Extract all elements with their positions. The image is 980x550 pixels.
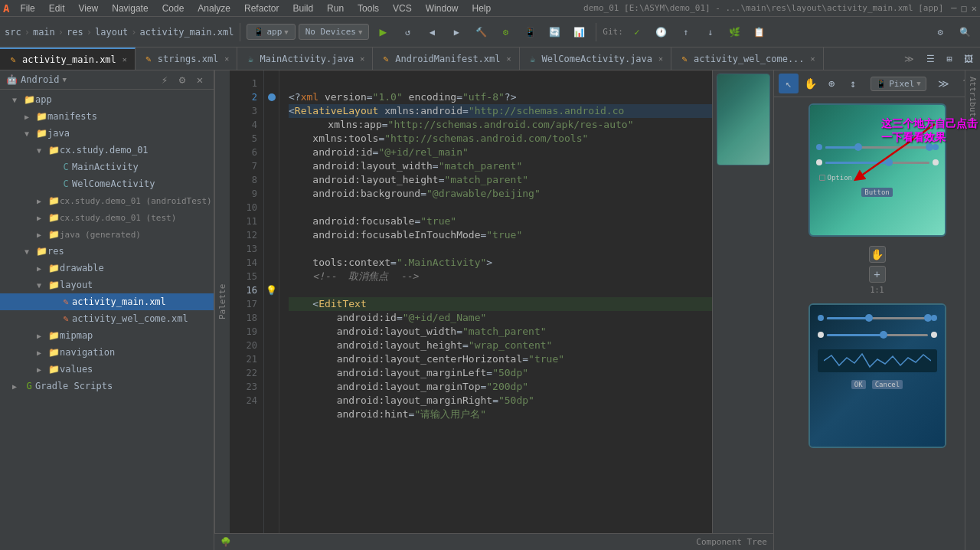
lower-slider-track-2[interactable] bbox=[827, 334, 928, 336]
tab-activity-wel-come[interactable]: ✎ activity_wel_come... ✕ bbox=[671, 47, 824, 70]
preview-frame-lower[interactable]: OK Cancel bbox=[808, 303, 946, 448]
tree-item-res[interactable]: ▼ 📁 res bbox=[0, 243, 214, 260]
zoom-hand-btn[interactable]: ✋ bbox=[869, 246, 886, 263]
device-selector-design[interactable]: 📱 Pixel ▼ bbox=[871, 77, 926, 91]
menu-window[interactable]: Window bbox=[420, 2, 465, 15]
menu-refactor[interactable]: Refactor bbox=[238, 2, 285, 15]
project-dropdown-arrow[interactable]: ▼ bbox=[63, 76, 67, 83]
lower-slider-track-1[interactable] bbox=[827, 317, 928, 319]
menu-code[interactable]: Code bbox=[156, 2, 191, 15]
menu-tools[interactable]: Tools bbox=[351, 2, 385, 15]
zoom-in-btn[interactable]: + bbox=[869, 266, 886, 283]
tree-item-layout[interactable]: ▼ 📁 layout bbox=[0, 277, 214, 293]
window-minimize[interactable]: ─ bbox=[951, 3, 956, 14]
run-button[interactable]: ▶ bbox=[372, 21, 394, 43]
tree-item-mainactivity[interactable]: ▶ C MainActivity bbox=[0, 159, 214, 175]
window-close[interactable]: ✕ bbox=[972, 3, 977, 14]
tree-item-navigation[interactable]: ▶ 📁 navigation bbox=[0, 344, 214, 361]
small-btn-1[interactable]: Button bbox=[861, 188, 893, 197]
palette-side-tab[interactable]: Palette bbox=[214, 70, 230, 533]
tab-close-5[interactable]: ✕ bbox=[658, 54, 663, 63]
menu-analyze[interactable]: Analyze bbox=[191, 2, 237, 15]
tree-item-manifests[interactable]: ▶ 📁 manifests bbox=[0, 108, 214, 125]
tree-item-java[interactable]: ▼ 📁 java bbox=[0, 125, 214, 142]
design-resize-tool[interactable]: ↕ bbox=[843, 74, 863, 93]
git-pull[interactable]: ↓ bbox=[700, 21, 721, 43]
design-select-tool[interactable]: ↖ bbox=[779, 74, 799, 93]
tree-item-test[interactable]: ▶ 📁 cx.study.demo_01 (test) bbox=[0, 209, 214, 226]
project-sync-icon[interactable]: ⚡ bbox=[157, 74, 172, 86]
attributes-side-tab[interactable]: Attributes bbox=[965, 70, 980, 550]
search-everywhere[interactable]: 🔍 bbox=[954, 21, 975, 43]
menu-edit[interactable]: Edit bbox=[43, 2, 71, 15]
settings-button[interactable]: ⚙ bbox=[929, 21, 951, 43]
tab-welcomeactivity[interactable]: ☕ WelComeActivity.java ✕ bbox=[520, 47, 672, 70]
next-button[interactable]: ▶ bbox=[446, 21, 467, 43]
slider-track-1[interactable] bbox=[825, 146, 929, 149]
prev-button[interactable]: ◀ bbox=[421, 21, 443, 43]
profile-button[interactable]: 📊 bbox=[568, 21, 590, 43]
git-commit[interactable]: ✓ bbox=[626, 21, 648, 43]
lightbulb-icon[interactable]: 💡 bbox=[266, 285, 277, 296]
build-button[interactable]: 🔨 bbox=[470, 21, 492, 43]
editor-view-split[interactable]: ⊞ bbox=[941, 51, 958, 67]
sync-button[interactable]: 🔄 bbox=[544, 21, 565, 43]
project-settings-icon[interactable]: ⚙ bbox=[175, 74, 190, 86]
tree-item-gradle[interactable]: ▶ G Gradle Scripts bbox=[0, 378, 214, 394]
menu-view[interactable]: View bbox=[72, 2, 104, 15]
tree-item-app[interactable]: ▼ 📁 app bbox=[0, 91, 214, 108]
breadcrumb-res[interactable]: res bbox=[67, 27, 83, 38]
menu-run[interactable]: Run bbox=[321, 2, 350, 15]
tab-close-6[interactable]: ✕ bbox=[811, 54, 815, 63]
breakpoint-indicator[interactable] bbox=[268, 93, 276, 101]
menu-file[interactable]: File bbox=[14, 2, 41, 15]
tree-item-drawable[interactable]: ▶ 📁 drawable bbox=[0, 260, 214, 277]
git-history[interactable]: 📋 bbox=[749, 21, 770, 43]
tab-close-3[interactable]: ✕ bbox=[360, 54, 364, 63]
design-pan-tool[interactable]: ✋ bbox=[800, 74, 820, 93]
window-maximize[interactable]: □ bbox=[962, 3, 967, 14]
tree-item-activity-main-xml[interactable]: ▶ ✎ activity_main.xml bbox=[0, 293, 214, 310]
git-update[interactable]: 🕐 bbox=[651, 21, 672, 43]
tab-activity-main-xml[interactable]: ✎ activity_main.xml ✕ bbox=[0, 47, 136, 70]
tabs-overflow[interactable]: ≫ bbox=[900, 54, 919, 64]
tree-item-mipmap[interactable]: ▶ 📁 mipmap bbox=[0, 327, 214, 344]
small-btn-2[interactable]: OK bbox=[851, 380, 866, 389]
tree-item-welcomeactivity[interactable]: ▶ C WelComeActivity bbox=[0, 175, 214, 192]
tab-androidmanifest[interactable]: ✎ AndroidManifest.xml ✕ bbox=[373, 47, 519, 70]
tree-item-activity-wel-come-xml[interactable]: ▶ ✎ activity_wel_come.xml bbox=[0, 310, 214, 327]
device-selector[interactable]: No Devices ▼ bbox=[299, 24, 370, 40]
git-push[interactable]: ↑ bbox=[675, 21, 697, 43]
breadcrumb-src[interactable]: src bbox=[5, 27, 21, 38]
menu-vcs[interactable]: VCS bbox=[387, 2, 418, 15]
component-tree-panel[interactable]: 🌳 Component Tree bbox=[214, 533, 773, 550]
design-more-btn[interactable]: ≫ bbox=[934, 74, 954, 93]
tree-item-values[interactable]: ▶ 📁 values bbox=[0, 361, 214, 378]
editor-view-list[interactable]: ☰ bbox=[922, 51, 939, 67]
breadcrumb-layout[interactable]: layout bbox=[95, 27, 128, 38]
tree-item-pkg-main[interactable]: ▼ 📁 cx.study.demo_01 bbox=[0, 142, 214, 159]
design-move-tool[interactable]: ⊕ bbox=[822, 74, 841, 93]
module-selector[interactable]: 📱 app ▼ bbox=[247, 24, 295, 40]
mini-checkbox-1[interactable] bbox=[819, 175, 825, 181]
git-branches[interactable]: 🌿 bbox=[724, 21, 746, 43]
tab-close-4[interactable]: ✕ bbox=[507, 54, 511, 63]
small-btn-3[interactable]: Cancel bbox=[872, 380, 903, 389]
code-editor[interactable]: Palette 1 2 3 4 5 6 7 8 9 10 11 12 13 14… bbox=[214, 70, 773, 533]
menu-navigate[interactable]: Navigate bbox=[106, 2, 154, 15]
sdk-button[interactable]: ⚙ bbox=[495, 21, 516, 43]
refresh-button[interactable]: ↺ bbox=[397, 21, 418, 43]
breadcrumb-main[interactable]: main bbox=[33, 27, 55, 38]
tab-close-1[interactable]: ✕ bbox=[122, 55, 127, 64]
tab-strings-xml[interactable]: ✎ strings.xml ✕ bbox=[136, 47, 238, 70]
avd-button[interactable]: 📱 bbox=[519, 21, 541, 43]
slider-track-2[interactable] bbox=[825, 162, 929, 164]
editor-view-design[interactable]: 🖼 bbox=[960, 51, 977, 67]
project-close-icon[interactable]: ✕ bbox=[192, 74, 207, 86]
preview-frame-upper[interactable]: Option Button bbox=[808, 103, 946, 237]
menu-build[interactable]: Build bbox=[286, 2, 319, 15]
tab-mainactivity-java[interactable]: ☕ MainActivity.java ✕ bbox=[237, 47, 373, 70]
attributes-label[interactable]: Attributes bbox=[965, 70, 980, 133]
breadcrumb-file[interactable]: activity_main.xml bbox=[140, 27, 234, 38]
menu-help[interactable]: Help bbox=[466, 2, 497, 15]
